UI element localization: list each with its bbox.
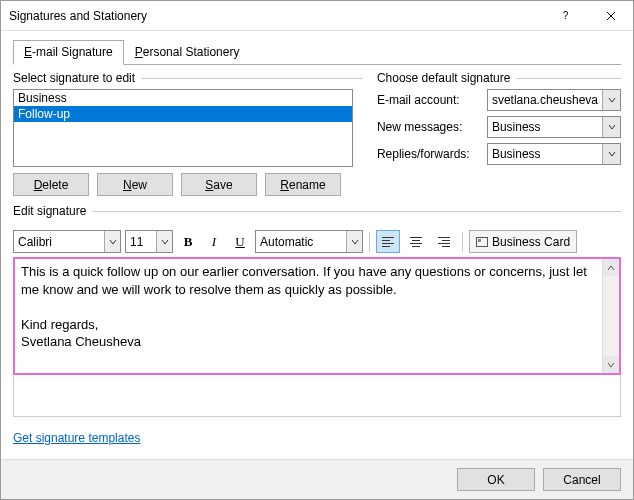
link-row: Get signature templates [13,431,621,445]
signature-item-business[interactable]: Business [14,90,352,106]
new-messages-label: New messages: [377,120,481,134]
new-button[interactable]: New [97,173,173,196]
dialog-window: Signatures and Stationery ? E-mail Signa… [0,0,634,500]
chevron-down-icon [602,90,620,110]
get-templates-link[interactable]: Get signature templates [13,431,140,445]
chevron-down-icon [602,117,620,137]
window-title: Signatures and Stationery [9,9,543,23]
default-signature-group: Choose default signature E-mail account:… [377,71,621,196]
business-card-icon [476,237,488,247]
editor-scrollbar[interactable] [602,259,619,373]
align-right-button[interactable] [432,230,456,253]
new-messages-combo[interactable]: Business [487,116,621,138]
align-center-icon [410,237,422,247]
email-account-value: svetlana.cheusheva [488,93,602,107]
email-account-combo[interactable]: svetlana.cheusheva [487,89,621,111]
tab-bar: E-mail Signature Personal Stationery [13,39,621,65]
default-signature-label: Choose default signature [377,71,510,85]
titlebar: Signatures and Stationery ? [1,1,633,31]
ok-button[interactable]: OK [457,468,535,491]
font-color-value: Automatic [256,235,346,249]
scroll-up-icon[interactable] [603,259,619,276]
separator [462,232,463,252]
font-value: Calibri [14,235,104,249]
chevron-down-icon [346,231,362,252]
close-button[interactable] [588,1,633,30]
scroll-down-icon[interactable] [603,356,619,373]
select-signature-group: Select signature to edit Business Follow… [13,71,363,196]
email-account-label: E-mail account: [377,93,481,107]
edit-signature-label: Edit signature [13,204,86,218]
separator [369,232,370,252]
align-center-button[interactable] [404,230,428,253]
font-combo[interactable]: Calibri [13,230,121,253]
signature-item-followup[interactable]: Follow-up [14,106,352,122]
replies-forwards-combo[interactable]: Business [487,143,621,165]
close-icon [606,11,616,21]
font-color-combo[interactable]: Automatic [255,230,363,253]
font-size-combo[interactable]: 11 [125,230,173,253]
select-signature-label: Select signature to edit [13,71,135,85]
italic-button[interactable]: I [203,230,225,253]
delete-button[interactable]: Delete [13,173,89,196]
chevron-down-icon [156,231,172,252]
rename-button[interactable]: Rename [265,173,341,196]
window-controls: ? [543,1,633,30]
tab-email-signature[interactable]: E-mail Signature [13,40,124,65]
signature-list[interactable]: Business Follow-up [13,89,353,167]
format-toolbar: Calibri 11 B I U Automatic [13,230,621,253]
dialog-content: E-mail Signature Personal Stationery Sel… [1,31,633,459]
editor-extra-space[interactable] [13,375,621,417]
chevron-down-icon [602,144,620,164]
save-button[interactable]: Save [181,173,257,196]
top-row: Select signature to edit Business Follow… [13,71,621,196]
help-button[interactable]: ? [543,1,588,30]
business-card-button[interactable]: Business Card [469,230,577,253]
signature-buttons: Delete New Save Rename [13,173,363,196]
new-messages-value: Business [488,120,602,134]
align-left-button[interactable] [376,230,400,253]
signature-editor-highlighted: This is a quick follow up on our earlier… [13,257,621,375]
replies-forwards-value: Business [488,147,602,161]
business-card-label: Business Card [492,235,570,249]
chevron-down-icon [104,231,120,252]
align-right-icon [438,237,450,247]
align-left-icon [382,237,394,247]
tab-personal-stationery[interactable]: Personal Stationery [124,40,251,65]
dialog-footer: OK Cancel [1,459,633,499]
font-size-value: 11 [126,235,156,249]
cancel-button[interactable]: Cancel [543,468,621,491]
signature-editor[interactable]: This is a quick follow up on our earlier… [15,259,602,373]
replies-forwards-label: Replies/forwards: [377,147,481,161]
bold-button[interactable]: B [177,230,199,253]
underline-button[interactable]: U [229,230,251,253]
